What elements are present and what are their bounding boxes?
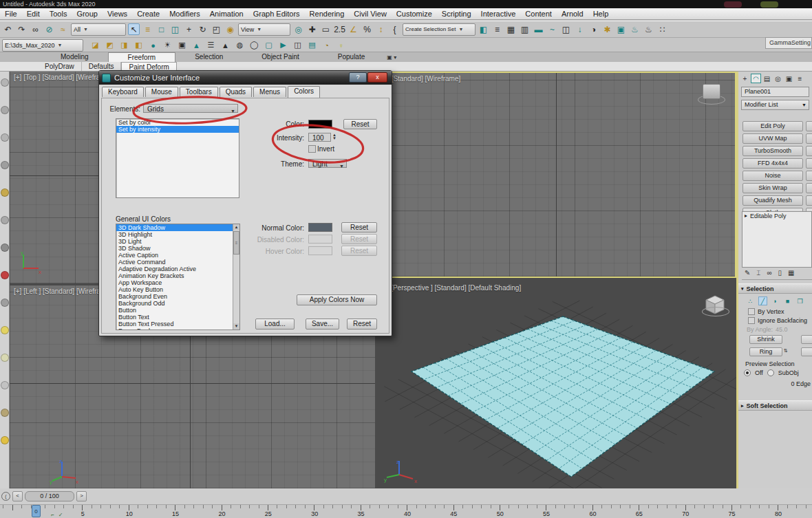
percent-snap-icon[interactable]: % (361, 23, 373, 35)
modifier-button-clipped[interactable] (806, 195, 812, 206)
layer-explorer-icon[interactable]: ▥ (519, 23, 531, 35)
ui-colors-listbox[interactable]: 3D Dark Shadow3D Highlight3D Light3D Sha… (116, 224, 240, 330)
utilities-tab-icon[interactable]: ≡ (795, 74, 805, 83)
viewport-tab-2-icon[interactable] (1, 106, 9, 114)
scheme-listbox[interactable]: Set by colorSet by intensity (116, 118, 239, 198)
render-setup-icon[interactable]: ✱ (601, 23, 613, 35)
bulb-icon[interactable]: ♀ (336, 40, 346, 50)
border-mode-icon[interactable]: ◗ (771, 296, 780, 305)
monitor-icon[interactable]: ▤ (307, 40, 317, 50)
menu-item[interactable]: Modifiers (164, 8, 205, 20)
preview-subobj-radio[interactable] (767, 369, 774, 376)
angle-snap-icon[interactable]: ∠ (348, 23, 359, 35)
ui-color-item[interactable]: Adaptive Degradation Active (116, 266, 233, 272)
intensity-field[interactable]: 100 (308, 133, 331, 142)
selection-rollout-header[interactable]: ▾ Selection (738, 283, 812, 294)
menu-item[interactable]: Scripting (437, 8, 476, 20)
render-production-icon[interactable]: ♨ (629, 23, 641, 35)
viewport-tab-6-icon[interactable] (1, 216, 9, 224)
cone-icon[interactable]: ▲ (220, 40, 231, 50)
theme-dropdown[interactable]: Light ▼ (308, 159, 347, 168)
viewport-tab-8-icon[interactable] (1, 271, 9, 279)
save-button[interactable]: Save... (306, 319, 339, 330)
menu-item[interactable]: Customize (392, 8, 437, 20)
ui-color-item[interactable]: Button (116, 307, 233, 314)
view-cube[interactable] (699, 83, 723, 106)
vertex-mode-icon[interactable]: ∴ (746, 296, 755, 305)
menu-item[interactable]: Civil View (349, 8, 391, 20)
mini-listener-icon[interactable]: ( (1, 492, 10, 501)
sun-icon[interactable]: ☀ (162, 40, 173, 50)
hierarchy-tab-icon[interactable]: ▤ (762, 74, 772, 83)
soft-selection-rollout-header[interactable]: ▸ Soft Selection (738, 400, 812, 411)
dialog-tab[interactable]: Quads (220, 87, 252, 97)
viewport-tab-10-icon[interactable] (1, 326, 9, 334)
unlink-selection-icon[interactable]: ⊘ (43, 23, 55, 35)
modifier-button[interactable]: Skin Wrap (742, 183, 803, 193)
invert-checkbox[interactable] (308, 145, 316, 153)
grow-button-clipped[interactable] (801, 335, 812, 344)
use-pivot-point-center-icon[interactable]: ◎ (292, 23, 304, 35)
listbox-scrollbar[interactable]: ▲ ≡ ▼ (233, 224, 239, 330)
menu-item[interactable]: Views (103, 8, 132, 20)
modifier-button-clipped[interactable] (806, 171, 812, 181)
modifier-stack[interactable]: ▸ Editable Poly (742, 211, 812, 268)
ribbon-tab[interactable]: Freeform (108, 52, 176, 62)
show-end-result-icon[interactable]: ⌶ (756, 269, 760, 277)
frame-counter-field[interactable]: 0 / 100 (25, 491, 74, 501)
modifier-list-dropdown[interactable]: Modifier List ▼ (741, 100, 809, 110)
select-by-name-icon[interactable]: ≡ (142, 23, 153, 35)
menu-item[interactable]: Group (72, 8, 103, 20)
light-icon[interactable]: ● (148, 40, 158, 50)
ui-color-item[interactable]: Focus Border (116, 327, 233, 330)
ui-color-item[interactable]: Active Caption (116, 252, 233, 259)
ui-color-item[interactable]: Animation Key Brackets (116, 272, 233, 279)
rectangular-selection-region-icon[interactable]: □ (156, 23, 167, 35)
menu-item[interactable]: Help (588, 8, 614, 20)
menu-item[interactable]: Create (132, 8, 164, 20)
ui-color-item[interactable]: Auto Key Button (116, 286, 233, 293)
rendered-frame-window-icon[interactable]: ▣ (615, 23, 627, 35)
ui-color-item[interactable]: Background Even (116, 293, 233, 300)
normal-color-reset-button[interactable]: Reset (341, 222, 377, 233)
ui-color-item[interactable]: App Workspace (116, 279, 233, 286)
viewport-perspective[interactable]: z x y [+] [Perspective ] [Standard] [Def… (377, 282, 736, 488)
by-vertex-checkbox[interactable]: By Vertex (738, 307, 812, 316)
clone-icon[interactable]: ◫ (292, 40, 303, 50)
modifier-button-clipped[interactable] (806, 146, 812, 156)
create-tab-icon[interactable]: + (740, 74, 750, 83)
menu-item[interactable]: File (0, 8, 22, 20)
view-cube[interactable] (703, 294, 727, 318)
keyboard-shortcut-override-icon[interactable]: ▭ (320, 23, 332, 35)
edit-named-selection-sets-icon[interactable]: { (389, 23, 400, 35)
color-reset-button[interactable]: Reset (343, 119, 377, 129)
load-button[interactable]: Load... (255, 319, 295, 330)
named-selection-set-dropdown[interactable]: Create Selection Set▼ (403, 23, 476, 36)
menu-item[interactable]: Tools (45, 8, 72, 20)
viewport-tab-12-icon[interactable] (1, 381, 9, 389)
viewport-tab-5-icon[interactable] (1, 188, 9, 197)
capsule-icon[interactable]: ◍ (235, 40, 245, 50)
torus-icon[interactable]: ◯ (249, 40, 259, 50)
selection-filter-dropdown[interactable]: All▼ (71, 23, 126, 36)
ui-color-item[interactable]: 3D Shadow (116, 245, 233, 252)
ui-color-item[interactable]: Background Odd (116, 300, 233, 307)
material-editor-icon[interactable]: ◑ (588, 23, 599, 35)
viewport-tab-3-icon[interactable] (1, 133, 9, 142)
named-set-3-icon[interactable]: ◨ (119, 40, 129, 50)
ui-color-item[interactable]: 3D Dark Shadow (116, 224, 233, 231)
named-set-4-icon[interactable]: ◧ (133, 40, 144, 50)
screen-icon[interactable]: ▢ (264, 40, 274, 50)
ribbon-tab[interactable]: Object Paint (242, 52, 318, 62)
stack-item-editable-poly[interactable]: ▸ Editable Poly (742, 212, 811, 220)
list-view-icon[interactable]: ☰ (206, 40, 216, 50)
object-name-field[interactable]: Plane001 (741, 87, 809, 97)
modifier-button-clipped[interactable] (806, 158, 812, 169)
gamma-setting-notice[interactable]: GammaSetting (765, 37, 812, 49)
curve-editor-icon[interactable]: ~ (546, 23, 558, 35)
ui-color-item[interactable]: 3D Highlight (116, 231, 233, 238)
quad-view-icon[interactable]: ∷ (656, 23, 668, 35)
element-mode-icon[interactable]: ❒ (795, 296, 804, 305)
dialog-tab[interactable]: Keyboard (102, 87, 144, 97)
align-icon[interactable]: ≡ (491, 23, 503, 35)
